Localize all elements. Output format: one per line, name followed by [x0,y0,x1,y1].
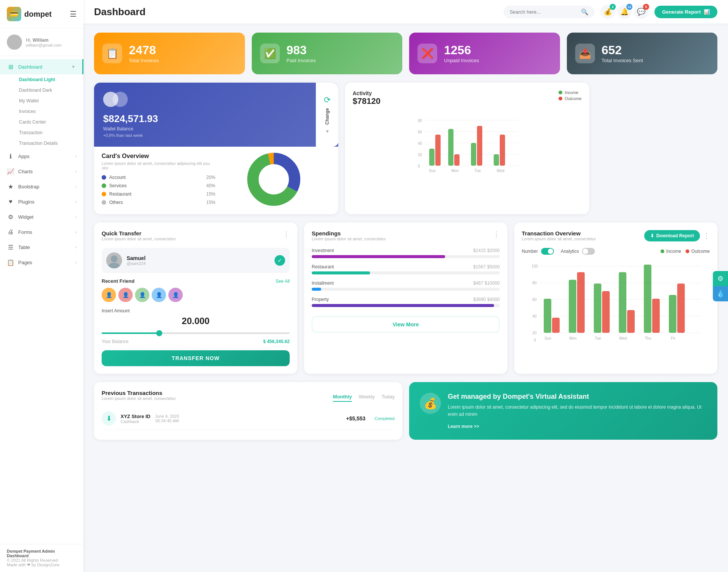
friend-avatar-2[interactable]: 👤 [118,288,133,302]
sidebar-item-bootstrap[interactable]: ★ Bootstrap › [0,179,83,194]
analytics-toggle[interactable] [582,248,595,255]
chat-icon-btn[interactable]: 💬 5 [634,5,648,19]
wallet-icon-btn[interactable]: 💰 2 [601,5,615,19]
spending-investment: Investment $1415 $2000 [312,248,500,258]
download-report-button[interactable]: ⬇ Download Report [644,230,700,241]
tx-outcome-dot [686,249,689,253]
svg-point-6 [260,166,287,193]
total-sent-label: Total Invoices Sent [602,58,643,63]
prev-tx-sub: Lorem ipsum dolor sit amet, consectetur [102,396,176,401]
chevron-right-icon: › [75,245,77,249]
friend-avatar-5[interactable]: 👤 [168,288,183,302]
tx-income-dot [661,249,664,253]
outcome-legend: Outcome [559,96,582,101]
bell-icon-btn[interactable]: 🔔 12 [617,5,632,19]
prev-transactions-card: Previous Transactions Lorem ipsum dolor … [94,382,402,440]
sidebar-item-plugins[interactable]: ♥ Plugins › [0,194,83,209]
sidebar-item-dashboard[interactable]: ⊞ Dashboard ▼ [0,59,83,74]
chevron-right-icon: › [75,230,77,234]
others-pct: 15% [206,200,215,205]
property-bar [312,304,500,307]
svg-text:20: 20 [418,153,422,157]
dashboard-subitems: Dashboard Light Dashboard Dark My Wallet… [0,74,83,149]
investment-bar [312,255,500,258]
hamburger-menu[interactable]: ☰ [70,9,77,19]
change-label: Change [325,108,330,125]
number-toggle-label: Number [522,249,538,254]
tx-menu[interactable]: ⋮ [703,232,710,240]
subitem-dashboard-light[interactable]: Dashboard Light [16,74,83,85]
services-dot [102,183,106,188]
svg-rect-24 [500,135,505,166]
subitem-invoices[interactable]: Invoices [16,106,83,117]
activity-amount: $78120 [353,96,380,106]
svg-text:Tue: Tue [595,336,601,340]
settings-side-button[interactable]: ⚙ [713,271,728,286]
header-icons: 💰 2 🔔 12 💬 5 [601,5,648,19]
tab-monthly[interactable]: Monthly [333,394,352,402]
bar-chart-icon: 📊 [704,9,710,15]
greeting: Hi, William [26,38,49,43]
sidebar-item-table[interactable]: ☰ Table › [0,240,83,255]
see-all-link[interactable]: See All [276,279,290,284]
wallet-change: +0,8% than last week [103,133,329,138]
quick-transfer-header: Quick Transfer Lorem ipsum dolor sit ame… [102,230,290,246]
spending-restaurant-amount: $1567 $5000 [473,264,500,270]
subitem-transaction[interactable]: Transaction [16,127,83,138]
spendings-title-area: Spendings Lorem ipsum dolor sit amet, co… [312,230,386,246]
wallet-card: $824,571.93 Wallet Balance +0,8% than la… [94,83,338,147]
tab-today[interactable]: Today [381,394,395,402]
water-side-button[interactable]: 💧 [713,286,728,301]
subitem-transaction-details[interactable]: Transaction Details [16,138,83,149]
svg-rect-18 [435,135,441,166]
header: Dashboard 🔍 💰 2 🔔 12 💬 5 Generate Report… [83,0,728,24]
refresh-icon: ⟳ [324,95,331,105]
number-toggle[interactable] [541,248,554,255]
number-toggle-group: Number [522,248,554,255]
sidebar-item-charts[interactable]: 📈 Charts › [0,164,83,179]
amount-slider[interactable] [102,332,290,334]
installment-bar [312,288,500,291]
sidebar-item-pages[interactable]: 📋 Pages › [0,255,83,270]
change-button[interactable]: ⟳ Change ▾ [316,83,338,147]
spendings-menu[interactable]: ⋮ [493,230,500,238]
main-content: Dashboard 🔍 💰 2 🔔 12 💬 5 Generate Report… [83,0,728,572]
friend-avatar-4[interactable]: 👤 [152,288,166,302]
svg-rect-42 [544,299,551,333]
avatar [7,34,22,50]
subitem-my-wallet[interactable]: My Wallet [16,96,83,106]
overview-info: Card's Overview Lorem ipsum dolor sit am… [102,153,215,208]
sidebar-item-apps[interactable]: ℹ Apps › [0,149,83,164]
tab-weekly[interactable]: Weekly [359,394,375,402]
total-invoices-label: Total Invoices [129,58,159,63]
svg-text:Mon: Mon [451,169,458,173]
total-invoices-number: 2478 [129,44,159,56]
view-more-button[interactable]: View More [312,316,500,333]
sidebar-item-forms[interactable]: 🖨 Forms › [0,224,83,240]
friend-avatar-1[interactable]: 👤 [102,288,116,302]
transfer-user[interactable]: Samuel @sam224 ✓ [102,248,290,273]
chevron-right-icon: › [75,215,77,219]
va-learn-more-link[interactable]: Learn more >> [448,424,479,429]
subitem-dashboard-dark[interactable]: Dashboard Dark [16,85,83,96]
quick-transfer-menu[interactable]: ⋮ [283,230,290,238]
generate-report-button[interactable]: Generate Report 📊 [654,6,717,18]
transfer-handle: @sam224 [127,261,146,266]
friend-avatar-3[interactable]: 👤 [135,288,149,302]
sidebar-item-widget[interactable]: ⚙ Widget › [0,209,83,224]
content-area: 📋 2478 Total Invoices ✅ 983 Paid Invoice… [83,24,728,572]
stat-card-unpaid-invoices: ❌ 1256 Unpaid Invoices [409,33,560,74]
income-dot [559,91,562,94]
sidebar-item-label: Table [18,244,30,250]
charts-icon: 📈 [7,168,14,175]
stat-card-paid-invoices: ✅ 983 Paid Invoices [252,33,403,74]
overview-subtitle: Lorem ipsum dolor sit amet, consectetur … [102,161,215,170]
wallet-badge: 2 [610,4,616,10]
search-input[interactable] [510,9,578,15]
table-icon: ☰ [7,243,14,251]
transfer-now-button[interactable]: TRANSFER NOW [102,350,290,366]
tx-date: June 4, 2020 05:34:45 AM [155,414,179,423]
subitem-cards-center[interactable]: Cards Center [16,117,83,127]
tx-income-label: Income [666,249,681,254]
sidebar-item-label: Charts [18,169,33,174]
